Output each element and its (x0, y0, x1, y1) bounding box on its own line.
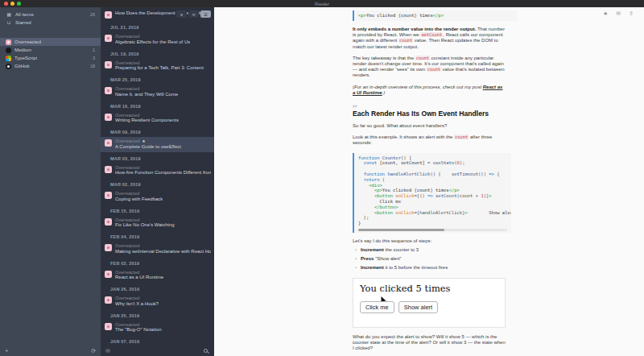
text-segment: count (415, 56, 430, 60)
article-list-item[interactable]: Overreacted Why Isn't X a Hook? (101, 294, 214, 309)
entry-feed-name: Overreacted (115, 322, 139, 327)
code-line: ); (358, 215, 511, 221)
article-list-item[interactable]: Overreacted A Complete Guide to useEffec… (101, 137, 214, 152)
sidebar-smart-item[interactable]: ▦ All items 26 (0, 10, 101, 19)
article-list-item[interactable]: Overreacted Making setInterval Declarati… (101, 242, 214, 257)
article-list-item[interactable]: Overreacted How Are Function Components … (101, 164, 214, 179)
entry-title: Name It, and They Will Come (115, 92, 178, 97)
titlebar: Reeder (0, 0, 644, 7)
code-token: ); (460, 160, 465, 165)
search-icon[interactable] (204, 349, 208, 353)
entry-title: A Complete Guide to useEffect (115, 144, 181, 150)
article-list-item[interactable]: Overreacted React as a UI Runtime (101, 268, 214, 284)
code-token: Show alert (468, 210, 511, 215)
article-list-entry: JAN 25, 2019 Overreacted The "Bug-O" Not… (101, 309, 214, 336)
scrollbar-thumb[interactable] (358, 229, 444, 231)
feed-favicon-icon (105, 271, 112, 278)
sidebar-feed-item[interactable]: TypeScript 3 (0, 54, 101, 62)
article-list-entry: FEB 02, 2019 Overreacted React as a UI R… (101, 257, 214, 284)
date-header: FEB 15, 2019 (101, 205, 214, 216)
code-token: setTimeout (452, 172, 478, 176)
entry-title: React as a UI Runtime (115, 275, 163, 280)
article-list-entry: FEB 15, 2019 Overreacted Fix Like No One… (101, 205, 214, 231)
date-header: MAR 25, 2019 (101, 73, 214, 85)
article-list-item[interactable]: Overreacted Fix Like No One's Watching (101, 216, 214, 231)
code-token: </p> (433, 13, 444, 18)
text-segment: count (427, 67, 441, 72)
feed-favicon-icon (6, 64, 11, 69)
star-article-button[interactable]: ★ (603, 10, 608, 17)
code-line: Click me (358, 199, 511, 205)
entry-title: How Are Function Components Different fr… (115, 170, 211, 176)
paragraph-note: (For an in-depth overview of this proces… (353, 85, 506, 96)
code-line: <button onClick={handleAlertClick}> Show… (358, 210, 511, 216)
feed-favicon-icon (105, 87, 112, 94)
article-list-entry: FEB 04, 2019 Overreacted Making setInter… (101, 230, 214, 257)
article-image: You clicked 5 times Click me Show alert (353, 278, 506, 328)
code-token: You clicked (366, 13, 398, 18)
folder-icon: ▦ (6, 12, 12, 17)
article-list-item[interactable]: Overreacted Name It, and They Will Come (101, 85, 214, 100)
list-filter-button[interactable] (200, 10, 211, 18)
code-token: } (358, 221, 361, 226)
paragraph: It only embeds a number value into the r… (353, 27, 506, 50)
code-token: function (364, 172, 388, 176)
code-line: const [count, setCount] = useState(0); (358, 160, 511, 166)
list-item: • Increment the counter to 3 (353, 247, 506, 253)
article-list-item[interactable]: Overreacted Preparing for a Tech Talk, P… (101, 59, 214, 74)
code-token (358, 160, 364, 165)
article-list: How Does the Development Mode Work? JUL … (101, 7, 214, 346)
article-list-item[interactable]: Overreacted The "Bug-O" Notation (101, 321, 214, 336)
code-token: You clicked (382, 188, 415, 192)
mark-unread-button[interactable]: ✉ (616, 10, 621, 17)
smart-folder-list: ▦ All items 26 ⊔ Starred (0, 10, 101, 27)
date-header: JUL 21, 2019 (101, 21, 214, 32)
add-subscription-button[interactable]: + (5, 348, 9, 354)
code-token (358, 166, 361, 171)
code-token: onClick (393, 210, 415, 215)
text-segment: Press (361, 256, 374, 261)
entry-feed-name: Overreacted (115, 34, 139, 39)
sidebar-feed-item[interactable]: Overreacted (0, 38, 101, 46)
text-segment: (For an in-depth overview of this proces… (353, 85, 483, 89)
list-filter-button[interactable] (188, 10, 199, 18)
image-show-alert-button: Show alert (398, 301, 438, 313)
date-header: MAR 16, 2019 (101, 100, 214, 111)
code-line: <button onClick={() => setCount(count + … (358, 193, 511, 199)
feed-favicon-icon (105, 11, 112, 19)
unread-toggle-button[interactable]: ✉ (105, 348, 110, 354)
feed-favicon-icon (105, 323, 112, 330)
code-token: <button (374, 193, 393, 198)
horizontal-scrollbar (358, 229, 507, 231)
code-token: times (433, 188, 449, 192)
code-block-partial: <p>You clicked {count} times</p> (353, 10, 517, 21)
entry-title: Fix Like No One's Watching (115, 222, 175, 228)
text-segment: it to 5 before the timeout fires (384, 265, 448, 270)
article-content-pane: ★ ✉ ⇧ <p>You clicked {count} times</p> I… (214, 7, 644, 356)
code-line (358, 166, 511, 172)
code-token: </button> (374, 205, 398, 209)
sidebar-smart-item[interactable]: ⊔ Starred (0, 19, 101, 27)
article-list-item[interactable]: Overreacted Coping with Feedback (101, 189, 214, 205)
article-list-entry: JUL 19, 2019 Overreacted Preparing for a… (101, 48, 214, 74)
feed-favicon-icon (6, 48, 11, 53)
code-token: <p> (358, 13, 366, 18)
feed-favicon-icon (105, 244, 112, 251)
image-click-me-button: Click me (360, 301, 394, 313)
entry-title: Writing Resilient Components (115, 118, 179, 123)
sidebar-feed-item[interactable]: Medium 1 (0, 46, 101, 54)
share-button[interactable]: ⇧ (629, 10, 634, 17)
article-list-item[interactable]: Overreacted Algebraic Effects for the Re… (101, 32, 214, 48)
paragraph: The key takeaway is that the count const… (353, 56, 506, 79)
sidebar-feed-item[interactable]: GitHub 18 (0, 62, 101, 70)
list-filter-group (176, 10, 211, 18)
text-segment: the counter to 3 (384, 247, 419, 252)
article-list-item[interactable]: Overreacted Writing Resilient Components (101, 111, 214, 126)
image-counter-text: You clicked 5 times (360, 283, 498, 294)
feed-favicon-icon (105, 61, 112, 68)
text-segment: Look at this example. It shows an alert … (353, 135, 454, 139)
list-filter-button[interactable] (176, 10, 187, 18)
code-token: () { (430, 172, 452, 176)
refresh-button[interactable]: ⟳ (91, 348, 96, 354)
entry-feed-name: Overreacted (115, 139, 139, 143)
